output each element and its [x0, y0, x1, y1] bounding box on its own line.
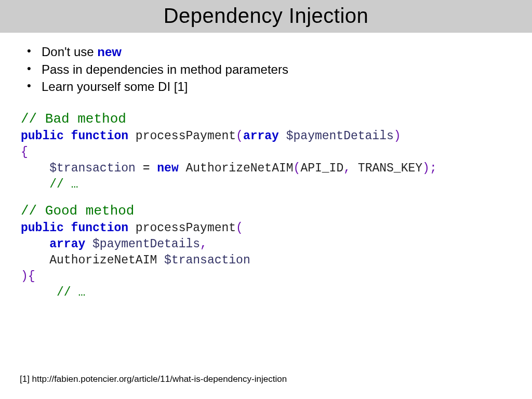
bullet-list: Don't use new Pass in dependencies in me… [21, 43, 511, 96]
code-const: API_ID [300, 162, 343, 175]
code-var: $paymentDetails [286, 129, 394, 143]
code-keyword: public function [21, 129, 128, 143]
code-punc: ( [294, 162, 301, 175]
code-var: $paymentDetails [92, 237, 200, 251]
bullet-item: Learn yourself some DI [1] [32, 78, 511, 96]
slide-title: Dependency Injection [0, 4, 532, 28]
bullet-keyword: new [97, 45, 122, 59]
code-keyword: new [157, 162, 178, 175]
code-func: processPayment [136, 221, 236, 235]
bullet-text: Don't use [42, 45, 97, 59]
code-punc: ) [422, 162, 430, 175]
bullet-text: Pass in dependencies in method parameter… [42, 62, 288, 76]
slide-content: Don't use new Pass in dependencies in me… [0, 33, 532, 301]
code-const: TRANS_KEY [358, 162, 422, 175]
code-keyword: public function [21, 221, 128, 235]
code-func: processPayment [136, 129, 236, 143]
code-block-bad: // Bad method public function processPay… [21, 110, 511, 193]
code-class: AuthorizeNetAIM [49, 254, 157, 267]
code-punc: ; [430, 162, 437, 175]
bullet-item: Don't use new [32, 43, 511, 61]
code-punc: ) [394, 129, 401, 143]
code-op: = [136, 162, 157, 175]
code-punc: , [343, 162, 351, 175]
code-punc: ( [236, 129, 243, 143]
spacer [21, 193, 511, 202]
code-var: $transaction [49, 162, 136, 175]
code-comment: // Bad method [21, 111, 126, 127]
code-punc: ){ [21, 270, 35, 283]
code-var: $transaction [164, 254, 250, 267]
title-bar: Dependency Injection [0, 0, 532, 33]
code-comment: // Good method [21, 203, 134, 219]
code-comment: // … [57, 286, 85, 299]
code-class: AuthorizeNetAIM [186, 162, 294, 175]
code-punc: ( [236, 221, 243, 235]
bullet-item: Pass in dependencies in method parameter… [32, 61, 511, 78]
code-comment: // … [49, 178, 78, 191]
code-block-good: // Good method public function processPa… [21, 202, 511, 301]
code-punc: , [200, 237, 207, 251]
code-keyword: array [49, 237, 85, 251]
bullet-text: Learn yourself some DI [1] [42, 79, 188, 94]
footnote: [1] http://fabien.potencier.org/article/… [20, 374, 287, 384]
code-keyword: array [243, 129, 279, 143]
code-punc: { [21, 145, 28, 159]
